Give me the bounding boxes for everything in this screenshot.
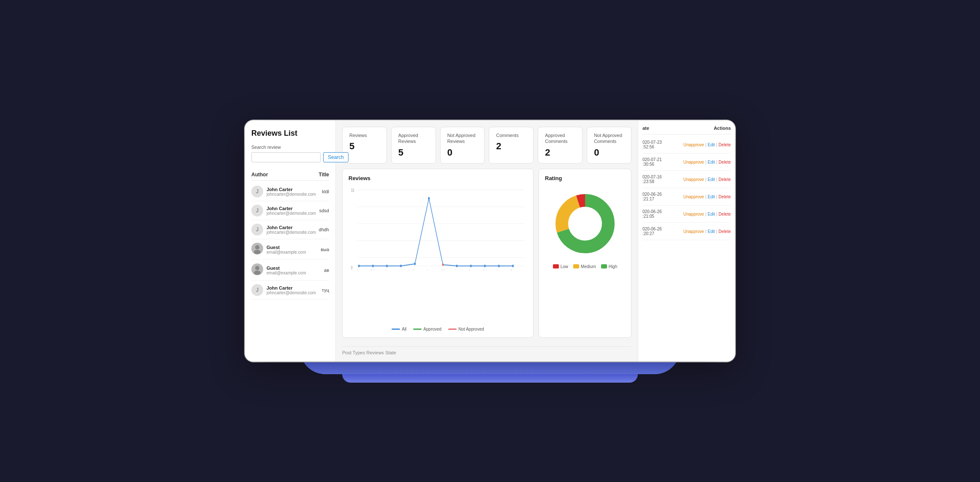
unapprove-link[interactable]: Unapprove — [683, 212, 704, 216]
right-row: 020-06-26 :20:27 Unapprove | Edit | Dele… — [642, 223, 731, 240]
edit-link[interactable]: Edit — [708, 142, 715, 147]
list-item[interactable]: Guestemail@example.comав — [251, 260, 329, 281]
avatar: J — [251, 186, 263, 197]
svg-text:Nov: Nov — [496, 269, 501, 270]
row-date: 020-07-21 :30:56 — [642, 157, 662, 167]
item-name: John Carter — [267, 187, 318, 192]
svg-point-33 — [456, 265, 458, 267]
delete-link[interactable]: Delete — [719, 229, 731, 234]
svg-text:Jun: Jun — [427, 269, 431, 270]
delete-link[interactable]: Delete — [719, 177, 731, 182]
delete-link[interactable]: Delete — [719, 160, 731, 164]
avatar — [251, 243, 263, 256]
svg-text:Sep: Sep — [468, 269, 473, 270]
right-row: 020-07-16 :23:58 Unapprove | Edit | Dele… — [642, 171, 731, 188]
action-links: Unapprove | Edit | Delete — [683, 229, 731, 234]
rating-medium: Medium — [573, 264, 596, 269]
item-email: johncarter@demosite.com — [267, 230, 316, 235]
avatar: J — [251, 205, 263, 216]
rating-legend: Low Medium High — [545, 264, 625, 269]
medium-label: Medium — [581, 264, 596, 269]
list-item[interactable]: JJohn Carterjohncarter@demosite.comsdsd — [251, 201, 329, 220]
legend-not-approved-label: Not Approved — [458, 327, 484, 331]
avatar: J — [251, 284, 263, 296]
stat-value: 2 — [545, 147, 575, 158]
svg-point-27 — [372, 265, 374, 267]
delete-link[interactable]: Delete — [719, 142, 731, 147]
unapprove-link[interactable]: Unapprove — [683, 194, 704, 199]
item-title: dhdh — [319, 227, 329, 232]
donut-chart-svg — [551, 190, 619, 257]
svg-point-5 — [254, 271, 261, 275]
unapprove-link[interactable]: Unapprove — [683, 177, 704, 182]
stat-label: Approved Reviews — [398, 132, 429, 145]
charts-row: Reviews 10 0 — [342, 169, 632, 338]
stat-value: 5 — [349, 141, 380, 152]
edit-link[interactable]: Edit — [708, 160, 715, 164]
row-date: 020-06-26 :21:05 — [642, 209, 662, 219]
list-item-info: John Carterjohncarter@demosite.com — [267, 285, 318, 295]
item-name: Guest — [267, 245, 317, 250]
legend-all-label: All — [402, 327, 406, 331]
list-item[interactable]: JJohn Carterjohncarter@demosite.comkldl — [251, 182, 329, 201]
item-name: John Carter — [267, 225, 316, 230]
unapprove-link[interactable]: Unapprove — [683, 160, 704, 164]
guest-avatar-icon — [251, 263, 263, 275]
device-base — [342, 374, 638, 383]
right-header: ate Actions — [642, 126, 731, 134]
right-row: 020-06-26 :21:17 Unapprove | Edit | Dele… — [642, 188, 731, 205]
stats-row: Reviews5Approved Reviews5Not Approved Re… — [342, 127, 632, 164]
stat-card-4: Approved Comments2 — [538, 127, 583, 164]
search-input[interactable] — [251, 152, 321, 162]
stat-value: 0 — [447, 147, 478, 158]
right-row: 020-07-23 :52:56 Unapprove | Edit | Dele… — [642, 136, 731, 153]
right-row: 020-06-26 :21:05 Unapprove | Edit | Dele… — [642, 205, 731, 223]
search-button[interactable]: Search — [323, 152, 348, 162]
stat-label: Approved Comments — [545, 132, 575, 145]
screen-container: Reviews List Search review Search Author… — [245, 120, 735, 362]
svg-point-31 — [428, 197, 430, 200]
edit-link[interactable]: Edit — [708, 212, 715, 216]
list-item-info: John Carterjohncarter@demosite.com — [267, 187, 318, 197]
list-item[interactable]: JJohn Carterjohncarter@demosite.comтуц — [251, 281, 329, 300]
stat-label: Not Approved Comments — [594, 132, 624, 145]
line-chart-legend: All Approved Not Approved — [348, 327, 527, 331]
stat-label: Reviews — [349, 132, 380, 138]
edit-link[interactable]: Edit — [708, 229, 715, 234]
title-header: Title — [319, 172, 329, 178]
legend-not-approved-dot — [448, 329, 457, 330]
stat-card-5: Not Approved Comments0 — [587, 127, 632, 164]
action-links: Unapprove | Edit | Delete — [683, 142, 731, 147]
stat-value: 5 — [398, 147, 429, 158]
legend-all-dot — [392, 329, 400, 330]
device-wrapper: Reviews List Search review Search Author… — [245, 120, 735, 362]
sidebar-title: Reviews List — [251, 129, 329, 138]
stat-label: Comments — [496, 132, 526, 138]
sidebar-list: JJohn Carterjohncarter@demosite.comkldlJ… — [251, 182, 329, 300]
sidebar: Reviews List Search review Search Author… — [245, 120, 336, 362]
item-email: email@example.com — [267, 250, 317, 255]
low-label: Low — [561, 264, 568, 269]
svg-text:May: May — [412, 269, 417, 270]
list-item[interactable]: JJohn Carterjohncarter@demosite.comdhdh — [251, 220, 329, 239]
legend-approved-label: Approved — [423, 327, 441, 331]
date-header: ate — [642, 126, 649, 131]
line-chart-area: 10 0 Jan Feb Mar — [348, 186, 527, 323]
guest-avatar-icon — [251, 243, 263, 255]
donut-chart-card: Rating L — [539, 169, 632, 338]
svg-text:Apr: Apr — [399, 269, 403, 270]
stat-card-1: Approved Reviews5 — [391, 127, 436, 164]
list-item[interactable]: Guestemail@example.comвыа — [251, 239, 329, 260]
rating-high: High — [601, 264, 618, 269]
unapprove-link[interactable]: Unapprove — [683, 142, 704, 147]
list-header: Author Title — [251, 169, 329, 181]
high-dot — [601, 264, 607, 268]
row-date: 020-06-26 :21:17 — [642, 192, 662, 201]
delete-link[interactable]: Delete — [719, 194, 731, 199]
right-list: 020-07-23 :52:56 Unapprove | Edit | Dele… — [642, 136, 731, 240]
stat-card-3: Comments2 — [489, 127, 534, 164]
edit-link[interactable]: Edit — [708, 177, 715, 182]
unapprove-link[interactable]: Unapprove — [683, 229, 704, 234]
edit-link[interactable]: Edit — [708, 194, 715, 199]
delete-link[interactable]: Delete — [719, 212, 731, 216]
